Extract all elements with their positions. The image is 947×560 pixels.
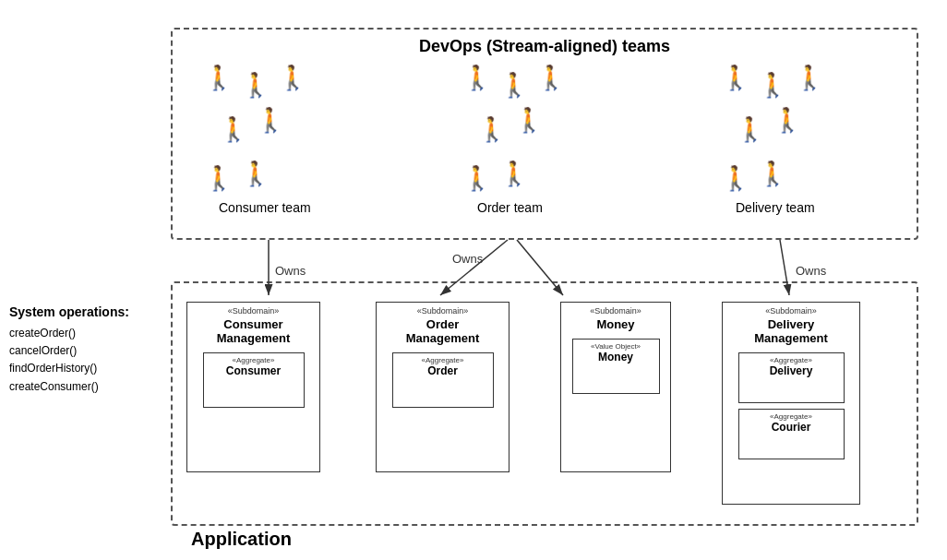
system-operations: System operations: createOrder() cancelO… (9, 304, 162, 396)
delivery-team-figures: 🚶 🚶 🚶 🚶 🚶 🚶 🚶 (717, 62, 837, 195)
system-ops-title: System operations: (9, 304, 162, 319)
system-ops-item-4: createConsumer() (9, 378, 162, 396)
money-name: Money (561, 317, 670, 331)
consumer-management-box: «Subdomain» ConsumerManagement «Aggregat… (186, 302, 320, 472)
consumer-aggregate-box: «Aggregate» Consumer (203, 352, 305, 408)
delivery-management-stereotype: «Subdomain» (723, 306, 859, 316)
consumer-aggregate-name: Consumer (204, 364, 304, 377)
system-ops-item-1: createOrder() (9, 325, 162, 342)
order-aggregate-name: Order (393, 364, 493, 377)
consumer-team-figures: 🚶 🚶 🚶 🚶 🚶 🚶 🚶 (200, 62, 320, 195)
money-box: «Subdomain» Money «Value Object» Money (560, 302, 671, 472)
application-title: Application (191, 529, 292, 550)
svg-text:Owns: Owns (452, 252, 484, 266)
delivery-management-name: DeliveryManagement (723, 317, 859, 345)
courier-aggregate-box: «Aggregate» Courier (738, 409, 845, 459)
courier-aggregate-name: Courier (739, 421, 844, 434)
money-value-box: «Value Object» Money (572, 339, 660, 394)
delivery-aggregate-stereotype: «Aggregate» (739, 356, 844, 364)
money-stereotype: «Subdomain» (561, 306, 670, 316)
main-container: DevOps (Stream-aligned) teams 🚶 🚶 🚶 🚶 🚶 … (0, 0, 947, 560)
delivery-aggregate-name: Delivery (739, 364, 844, 377)
courier-aggregate-stereotype: «Aggregate» (739, 412, 844, 421)
delivery-team-label: Delivery team (736, 200, 815, 215)
order-management-stereotype: «Subdomain» (377, 306, 509, 316)
system-ops-item-3: findOrderHistory() (9, 360, 162, 377)
svg-text:Owns: Owns (275, 264, 306, 278)
delivery-management-box: «Subdomain» DeliveryManagement «Aggregat… (722, 302, 860, 505)
consumer-management-stereotype: «Subdomain» (187, 306, 319, 316)
order-aggregate-box: «Aggregate» Order (392, 352, 494, 408)
money-value-name: Money (573, 351, 659, 363)
money-value-stereotype: «Value Object» (573, 342, 659, 351)
delivery-aggregate-box: «Aggregate» Delivery (738, 352, 845, 403)
order-team-label: Order team (477, 200, 543, 215)
consumer-aggregate-stereotype: «Aggregate» (204, 356, 304, 364)
consumer-team-label: Consumer team (219, 200, 311, 215)
order-management-box: «Subdomain» OrderManagement «Aggregate» … (376, 302, 509, 472)
devops-box: DevOps (Stream-aligned) teams 🚶 🚶 🚶 🚶 🚶 … (171, 28, 918, 240)
system-ops-item-2: cancelOrder() (9, 342, 162, 360)
devops-title: DevOps (Stream-aligned) teams (419, 37, 670, 56)
application-box: Application «Subdomain» ConsumerManageme… (171, 281, 918, 526)
consumer-management-name: ConsumerManagement (187, 317, 319, 345)
order-team-figures: 🚶 🚶 🚶 🚶 🚶 🚶 🚶 (459, 62, 579, 195)
order-aggregate-stereotype: «Aggregate» (393, 356, 493, 364)
order-management-name: OrderManagement (377, 317, 509, 345)
svg-text:Owns: Owns (796, 264, 827, 278)
